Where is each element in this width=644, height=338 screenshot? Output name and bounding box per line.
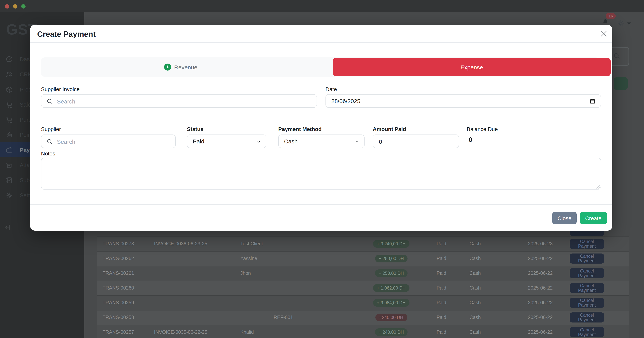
sidebar-item-icon xyxy=(6,191,13,199)
method-text: Cash xyxy=(470,325,481,338)
date-text: 2025-06-22 xyxy=(528,296,553,310)
calendar-icon[interactable] xyxy=(590,98,596,104)
date-text: 2025-06-22 xyxy=(528,266,553,281)
method-text: Cash xyxy=(470,310,481,325)
cancel-payment-button[interactable]: Cancel Payment xyxy=(570,239,604,249)
amount-badge: + 9.240,00 DH xyxy=(373,240,410,248)
amount-paid-input[interactable] xyxy=(373,134,459,148)
sidebar-item-label: Sub xyxy=(20,177,30,183)
supplier-label: Supplier xyxy=(41,126,61,132)
supplier-invoice-label: Supplier Invoice xyxy=(41,86,80,92)
status-select[interactable]: Paid xyxy=(187,134,266,148)
status-label: Status xyxy=(187,126,204,132)
method-text: Cash xyxy=(470,252,481,266)
sidebar-item-label: Pay xyxy=(20,147,30,153)
app-window: GST Dash CRM Prod Sale Purc Poin Pay Att… xyxy=(0,0,644,338)
table-row-trans-00258: TRANS-00258 REF-001 - 240,00 DH Paid Cas… xyxy=(97,310,629,325)
supplier-invoice-search-field[interactable] xyxy=(56,95,315,108)
method-text: Cash xyxy=(470,266,481,281)
table-row-trans-00262: TRANS-00262 Yassine + 250,00 DH Paid Cas… xyxy=(97,251,629,266)
cancel-payment-button[interactable]: Cancel Payment xyxy=(570,327,604,337)
amount-paid-field[interactable] xyxy=(378,135,457,148)
tab-revenue[interactable]: Revenue xyxy=(41,57,320,77)
supplier-search-input[interactable] xyxy=(41,134,176,148)
payments-table: TRANS-00278 INVOICE-0036-06-23-25 Test C… xyxy=(97,231,629,338)
search-icon xyxy=(613,52,620,60)
transaction-id: TRANS-00259 xyxy=(102,296,134,310)
payment-method-selected-value: Cash xyxy=(284,138,298,144)
close-button[interactable]: Close xyxy=(552,212,577,224)
transaction-id: TRANS-00262 xyxy=(102,252,134,266)
transaction-id: TRANS-00257 xyxy=(102,325,134,338)
payment-reference: REF-001 xyxy=(274,310,293,325)
sidebar-item-label: Sale xyxy=(20,101,31,108)
cancel-payment-button[interactable]: Cancel Payment xyxy=(570,283,604,293)
settings-gear-icon[interactable] xyxy=(616,19,625,28)
footer-divider xyxy=(30,204,612,205)
cancel-payment-button[interactable]: Cancel Payment xyxy=(570,312,604,322)
cancel-payment-button[interactable]: Cancel Payment xyxy=(570,268,604,278)
chevron-down-icon xyxy=(256,139,261,144)
client-name: Yassine xyxy=(240,252,257,266)
notes-textarea[interactable] xyxy=(41,158,601,190)
cancel-payment-button-partial[interactable] xyxy=(570,231,604,236)
search-icon xyxy=(46,98,53,105)
table-row-trans-00257: TRANS-00257 INVOICE-0035-06-22-25 Khalid… xyxy=(97,325,629,338)
invoice-number: INVOICE-0036-06-23-25 xyxy=(154,237,207,251)
date-text: 2025-06-23 xyxy=(528,237,553,251)
traffic-light-zoom[interactable] xyxy=(21,4,26,9)
sidebar-item-icon xyxy=(6,116,13,123)
sidebar-item-icon xyxy=(6,55,13,63)
status-text: Paid xyxy=(436,325,446,338)
sidebar-item-icon xyxy=(6,70,13,78)
modal-title: Create Payment xyxy=(37,30,96,39)
sidebar-item-label: Poin xyxy=(20,132,31,138)
create-button[interactable]: Create xyxy=(580,212,607,224)
sidebar-item-label: Prod xyxy=(20,86,32,92)
search-icon xyxy=(46,138,53,145)
amount-badge: + 1.062,00 DH xyxy=(373,284,410,292)
amount-badge: - 240,00 DH xyxy=(376,313,407,321)
balance-due-label: Balance Due xyxy=(467,126,498,132)
method-text: Cash xyxy=(470,281,481,295)
status-text: Paid xyxy=(436,296,446,310)
date-label: Date xyxy=(326,86,337,92)
payment-method-select[interactable]: Cash xyxy=(278,134,364,148)
date-text: 2025-06-22 xyxy=(528,281,553,295)
amount-badge: + 240,00 DH xyxy=(375,328,408,336)
sidebar-item-label: Sett xyxy=(20,192,30,198)
collapse-sidebar-icon[interactable] xyxy=(4,223,12,231)
date-value: 28/06/2025 xyxy=(331,98,360,104)
chevron-down-icon xyxy=(354,139,360,144)
traffic-light-minimize[interactable] xyxy=(13,4,18,9)
traffic-light-close[interactable] xyxy=(5,4,9,9)
table-row-trans-00260: TRANS-00260 + 1.062,00 DH Paid Cash 2025… xyxy=(97,281,629,295)
client-name: Jhon xyxy=(240,266,251,281)
status-selected-value: Paid xyxy=(193,138,204,144)
date-text: 2025-06-22 xyxy=(528,325,553,338)
payments-table-rows: TRANS-00278 INVOICE-0036-06-23-25 Test C… xyxy=(97,236,629,338)
transaction-id: TRANS-00260 xyxy=(102,281,134,295)
status-text: Paid xyxy=(436,252,446,266)
chevron-down-icon[interactable] xyxy=(627,23,631,25)
supplier-invoice-search-input[interactable] xyxy=(41,94,317,108)
amount-badge: + 250,00 DH xyxy=(375,269,408,277)
background-create-button[interactable] xyxy=(614,77,628,90)
status-text: Paid xyxy=(436,310,446,325)
close-icon[interactable] xyxy=(599,30,608,39)
supplier-search-field[interactable] xyxy=(56,135,174,148)
amount-badge: + 9.984,00 DH xyxy=(373,299,410,307)
transaction-id: TRANS-00261 xyxy=(102,266,134,281)
method-text: Cash xyxy=(470,237,481,251)
client-name: Test Client xyxy=(240,237,263,251)
date-text: 2025-06-22 xyxy=(528,310,553,325)
cancel-payment-button[interactable]: Cancel Payment xyxy=(570,254,604,264)
sidebar-item-icon xyxy=(6,101,13,108)
tab-expense[interactable]: Expense xyxy=(333,58,611,76)
cancel-payment-button[interactable]: Cancel Payment xyxy=(570,298,604,308)
date-input[interactable]: 28/06/2025 xyxy=(326,94,601,108)
section-divider xyxy=(41,119,602,119)
sidebar-item-icon xyxy=(6,85,13,93)
table-row-trans-00261: TRANS-00261 Jhon + 250,00 DH Paid Cash 2… xyxy=(97,266,629,281)
transaction-id: TRANS-00278 xyxy=(102,237,134,251)
